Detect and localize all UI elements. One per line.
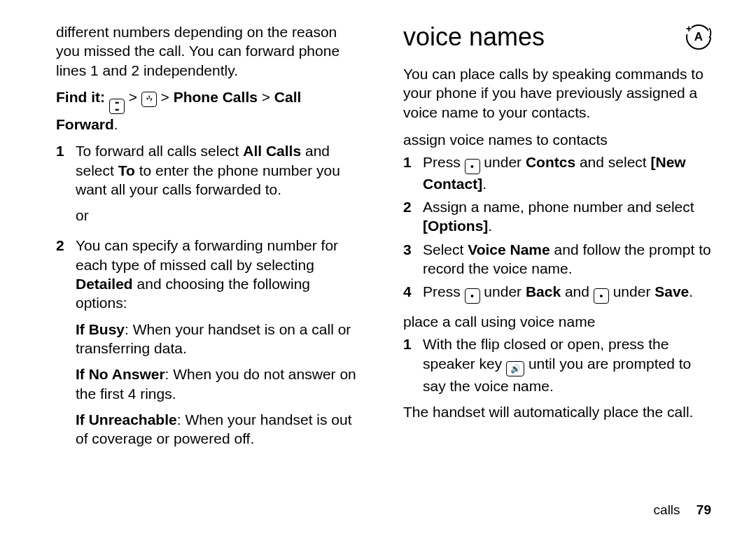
text: under (480, 154, 526, 170)
accessibility-icon: + A ) (686, 24, 711, 50)
bold-text: If Unreachable (76, 411, 177, 428)
list-item: 2 Assign a name, phone number and select… (403, 197, 711, 236)
bold-text: Save (654, 283, 689, 299)
text: Press (423, 283, 465, 299)
subheading-place: place a call using voice name (403, 313, 711, 330)
step-body: Press under Back and under Save. (423, 282, 711, 304)
list-item: 1 Press under Contcs and select [New Con… (403, 153, 711, 193)
intro-paragraph: different numbers depending on the reaso… (56, 22, 364, 80)
text: Press (423, 154, 465, 170)
section-title: voice names + A ) (403, 22, 711, 52)
text: . (689, 283, 693, 299)
speaker-key-icon: 🔊 (506, 361, 524, 376)
bold-text: Detailed (76, 276, 133, 292)
if-busy: If Busy: When your handset is on a call … (76, 320, 364, 358)
place-steps: 1 With the flip closed or open, press th… (403, 334, 711, 395)
step-number: 1 (56, 141, 76, 232)
step-number: 1 (403, 153, 423, 193)
page-footer: calls 79 (654, 502, 711, 518)
find-it-line: Find it: ▪▪▪▪ > > Phone Calls > Call For… (56, 87, 364, 134)
subheading-assign: assign voice names to contacts (403, 132, 711, 148)
bold-text: If Busy (76, 321, 125, 337)
text: and (561, 283, 594, 299)
list-item: 1 To forward all calls select All Calls … (56, 141, 364, 232)
list-item: 4 Press under Back and under Save. (403, 282, 711, 304)
text: . (482, 176, 486, 192)
tools-icon (141, 92, 157, 107)
text: . (488, 218, 492, 234)
step-number: 4 (403, 282, 423, 304)
section-label: calls (654, 502, 680, 517)
softkey-icon (465, 288, 480, 304)
closing-paragraph: The handset will automatically place the… (403, 402, 711, 421)
step-body: Select Voice Name and follow the prompt … (423, 240, 711, 278)
text: under (609, 283, 654, 299)
title-text: voice names (403, 22, 545, 52)
assign-steps: 1 Press under Contcs and select [New Con… (403, 153, 711, 304)
bold-text: Back (526, 283, 561, 299)
bold-text: Contcs (526, 154, 575, 170)
text: To forward all calls select (76, 143, 243, 159)
left-steps: 1 To forward all calls select All Calls … (56, 141, 364, 448)
text: Select (423, 241, 468, 258)
find-it-label: Find it: (56, 89, 105, 105)
intro-paragraph: You can place calls by speaking commands… (403, 64, 711, 122)
text: under (480, 283, 526, 299)
step-number: 2 (56, 236, 76, 448)
list-item: 1 With the flip closed or open, press th… (403, 334, 711, 395)
if-no-answer: If No Answer: When you do not answer on … (76, 365, 364, 403)
bold-text: [Options] (423, 218, 488, 234)
bold-text: If No Answer (76, 366, 165, 382)
text: Assign a name, phone number and select (423, 199, 694, 215)
step-body: With the flip closed or open, press the … (423, 334, 711, 395)
if-unreachable: If Unreachable: When your handset is out… (76, 410, 364, 449)
right-column: voice names + A ) You can place calls by… (403, 22, 711, 455)
step-number: 3 (403, 240, 423, 278)
bold-text: Voice Name (468, 241, 550, 258)
left-column: different numbers depending on the reaso… (56, 22, 364, 455)
step-number: 1 (403, 334, 423, 395)
bold-text: To (118, 162, 135, 178)
step-body: To forward all calls select All Calls an… (76, 141, 364, 232)
menu-icon: ▪▪▪▪ (109, 99, 125, 114)
find-it-path-1: Phone Calls (174, 89, 258, 105)
step-body: You can specify a forwarding number for … (76, 236, 364, 448)
text: You can specify a forwarding number for … (76, 237, 338, 272)
step-number: 2 (403, 197, 423, 236)
or-text: or (76, 206, 364, 225)
text: and select (575, 154, 650, 170)
softkey-icon (465, 159, 480, 174)
step-body: Press under Contcs and select [New Conta… (423, 153, 711, 193)
list-item: 3 Select Voice Name and follow the promp… (403, 240, 711, 278)
softkey-icon (594, 288, 609, 304)
list-item: 2 You can specify a forwarding number fo… (56, 236, 364, 448)
step-body: Assign a name, phone number and select [… (423, 197, 711, 236)
page-number: 79 (696, 502, 711, 517)
bold-text: All Calls (243, 143, 301, 159)
